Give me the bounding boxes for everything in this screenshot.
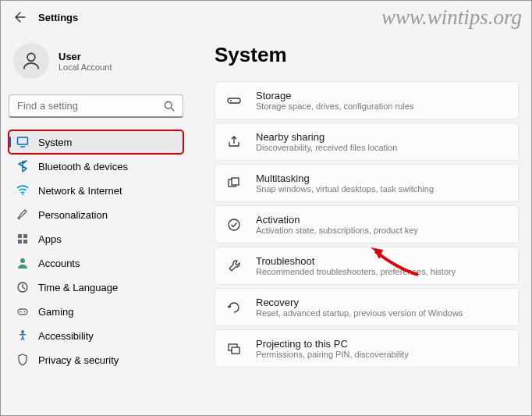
search-icon — [164, 101, 175, 112]
content-area: System StorageStorage space, drives, con… — [191, 30, 531, 414]
svg-rect-10 — [23, 240, 27, 244]
card-multitasking[interactable]: MultitaskingSnap windows, virtual deskto… — [215, 164, 519, 202]
sidebar-item-apps[interactable]: Apps — [9, 227, 183, 251]
bluetooth-icon — [16, 160, 29, 172]
card-activation[interactable]: ActivationActivation state, subscription… — [215, 205, 519, 244]
user-name: User — [59, 51, 112, 62]
svg-rect-7 — [18, 234, 22, 238]
project-icon — [226, 341, 242, 357]
svg-rect-23 — [232, 347, 239, 354]
sidebar-item-gaming[interactable]: Gaming — [9, 300, 183, 323]
svg-rect-20 — [232, 178, 239, 185]
recovery-icon — [226, 300, 242, 315]
svg-point-18 — [230, 100, 232, 101]
wrench-icon — [226, 258, 242, 274]
check-circle-icon — [226, 217, 242, 233]
sidebar-item-label: Bluetooth & devices — [38, 161, 128, 172]
share-icon — [226, 134, 242, 150]
sidebar-item-label: Privacy & security — [38, 354, 119, 366]
svg-point-0 — [27, 53, 35, 61]
card-troubleshoot[interactable]: TroubleshootRecommended troubleshooters,… — [215, 247, 519, 285]
apps-icon — [16, 233, 29, 245]
paintbrush-icon — [16, 208, 29, 221]
svg-line-2 — [171, 108, 174, 111]
sidebar-item-label: Apps — [38, 233, 62, 245]
card-title: Multitasking — [256, 172, 434, 184]
back-arrow-icon — [14, 11, 27, 23]
sidebar-item-label: Gaming — [38, 306, 74, 318]
card-storage[interactable]: StorageStorage space, drives, configurat… — [215, 81, 519, 119]
svg-point-5 — [22, 194, 23, 195]
user-account-type: Local Account — [59, 62, 112, 72]
search-box[interactable] — [9, 94, 183, 118]
svg-point-11 — [20, 258, 25, 263]
card-sub: Discoverability, received files location — [256, 143, 397, 152]
sidebar-item-privacy[interactable]: Privacy & security — [9, 348, 183, 372]
accessibility-icon — [16, 329, 29, 342]
shield-icon — [16, 354, 29, 366]
page-title: System — [215, 43, 519, 67]
card-nearby-sharing[interactable]: Nearby sharingDiscoverability, received … — [215, 123, 519, 161]
back-button[interactable] — [13, 10, 27, 24]
sidebar-item-label: Personalization — [38, 209, 108, 221]
svg-point-21 — [229, 219, 239, 230]
card-title: Nearby sharing — [256, 131, 397, 143]
svg-point-16 — [21, 330, 24, 333]
card-title: Projecting to this PC — [256, 338, 409, 350]
storage-icon — [226, 93, 242, 108]
sidebar-item-label: Time & Language — [38, 282, 118, 293]
sidebar-item-label: Accounts — [38, 258, 80, 269]
svg-rect-17 — [228, 98, 240, 103]
settings-cards: StorageStorage space, drives, configurat… — [215, 81, 519, 368]
user-info: User Local Account — [59, 51, 112, 72]
card-sub: Activation state, subscriptions, product… — [256, 226, 418, 235]
svg-rect-13 — [18, 309, 27, 315]
clock-globe-icon — [16, 281, 29, 293]
card-title: Troubleshoot — [256, 255, 456, 267]
sidebar: User Local Account System Bluetooth & de… — [1, 30, 191, 414]
sidebar-item-label: Accessibility — [38, 330, 94, 342]
card-sub: Storage space, drives, configuration rul… — [256, 101, 413, 111]
multitasking-icon — [226, 176, 242, 191]
svg-rect-9 — [18, 240, 22, 244]
header-title: Settings — [38, 12, 78, 23]
watermark-text: www.wintips.org — [381, 5, 522, 30]
svg-point-6 — [18, 217, 20, 219]
sidebar-item-label: System — [38, 137, 72, 148]
user-profile[interactable]: User Local Account — [9, 38, 183, 93]
sidebar-nav: System Bluetooth & devices Network & Int… — [9, 130, 183, 372]
sidebar-item-network[interactable]: Network & Internet — [9, 179, 183, 202]
card-projecting[interactable]: Projecting to this PCPermissions, pairin… — [215, 329, 519, 368]
sidebar-item-system[interactable]: System — [9, 130, 183, 154]
sidebar-item-accessibility[interactable]: Accessibility — [9, 324, 183, 347]
card-title: Activation — [256, 214, 418, 226]
search-input[interactable] — [17, 100, 164, 112]
card-sub: Reset, advanced startup, previous versio… — [256, 308, 463, 318]
sidebar-item-time-language[interactable]: Time & Language — [9, 276, 183, 299]
card-recovery[interactable]: RecoveryReset, advanced startup, previou… — [215, 288, 519, 326]
sidebar-item-personalization[interactable]: Personalization — [9, 203, 183, 226]
sidebar-item-label: Network & Internet — [38, 185, 122, 197]
wifi-icon — [16, 184, 29, 197]
person-icon — [16, 257, 29, 269]
monitor-icon — [16, 136, 29, 148]
gamepad-icon — [16, 305, 29, 318]
card-sub: Recommended troubleshooters, preferences… — [256, 267, 456, 276]
svg-rect-8 — [23, 234, 27, 238]
svg-rect-3 — [18, 137, 28, 144]
user-icon — [20, 50, 42, 72]
svg-point-15 — [24, 311, 26, 313]
card-title: Recovery — [256, 297, 463, 308]
card-sub: Snap windows, virtual desktops, task swi… — [256, 184, 434, 194]
svg-point-14 — [20, 311, 22, 313]
avatar — [13, 43, 49, 79]
sidebar-item-accounts[interactable]: Accounts — [9, 251, 183, 275]
card-sub: Permissions, pairing PIN, discoverabilit… — [256, 350, 409, 359]
card-title: Storage — [256, 90, 413, 101]
svg-point-1 — [165, 101, 172, 108]
sidebar-item-bluetooth[interactable]: Bluetooth & devices — [9, 155, 183, 178]
